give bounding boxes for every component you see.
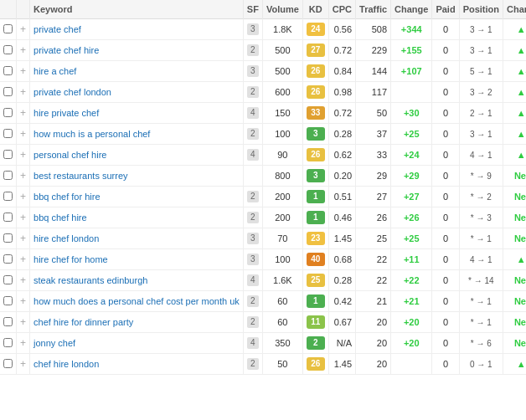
row-checkbox[interactable] xyxy=(3,359,13,368)
row-position: 3 → 1 xyxy=(459,40,503,61)
header-change2[interactable]: Change xyxy=(503,0,526,19)
plus-icon[interactable]: + xyxy=(20,274,26,286)
plus-icon[interactable]: + xyxy=(20,358,26,370)
row-checkbox-cell[interactable] xyxy=(0,333,17,354)
row-add-cell[interactable]: + xyxy=(17,249,30,270)
header-position[interactable]: Position xyxy=(459,0,503,19)
plus-icon[interactable]: + xyxy=(20,233,26,244)
change-value: +21 xyxy=(404,296,420,306)
plus-icon[interactable]: + xyxy=(20,107,26,119)
row-checkbox[interactable] xyxy=(3,45,13,54)
row-checkbox[interactable] xyxy=(3,108,13,117)
table-row: +private chef london2600260.9811703 → 2▲… xyxy=(0,82,526,103)
row-checkbox-cell[interactable] xyxy=(0,82,17,103)
row-checkbox-cell[interactable] xyxy=(0,291,17,312)
row-add-cell[interactable]: + xyxy=(17,228,30,249)
row-paid: 0 xyxy=(432,187,459,207)
row-change: +20 xyxy=(391,312,432,333)
plus-icon[interactable]: + xyxy=(20,170,26,182)
row-checkbox[interactable] xyxy=(3,213,13,222)
plus-icon[interactable]: + xyxy=(20,128,26,140)
change-value: +155 xyxy=(401,45,422,55)
plus-icon[interactable]: + xyxy=(20,149,26,161)
row-kd: 27 xyxy=(302,40,328,61)
plus-icon[interactable]: + xyxy=(20,86,26,98)
row-kd: 1 xyxy=(302,187,328,207)
row-checkbox-cell[interactable] xyxy=(0,145,17,166)
row-add-cell[interactable]: + xyxy=(17,19,30,40)
header-sf[interactable]: SF xyxy=(243,0,262,19)
row-checkbox-cell[interactable] xyxy=(0,124,17,145)
row-checkbox-cell[interactable] xyxy=(0,270,17,291)
row-add-cell[interactable]: + xyxy=(17,40,30,61)
row-kd: 3 xyxy=(302,166,328,187)
plus-icon[interactable]: + xyxy=(20,295,26,307)
row-add-cell[interactable]: + xyxy=(17,145,30,166)
row-traffic: 117 xyxy=(356,82,391,103)
row-checkbox-cell[interactable] xyxy=(0,354,17,375)
row-checkbox[interactable] xyxy=(3,296,13,305)
row-cpc: 0.20 xyxy=(328,166,355,187)
row-kd: 26 xyxy=(302,354,328,375)
header-change[interactable]: Change xyxy=(391,0,432,19)
header-keyword[interactable]: Keyword xyxy=(30,0,244,19)
row-checkbox-cell[interactable] xyxy=(0,187,17,207)
row-checkbox[interactable] xyxy=(3,192,13,201)
sf-badge: 2 xyxy=(247,295,259,307)
row-checkbox[interactable] xyxy=(3,275,13,284)
row-checkbox-cell[interactable] xyxy=(0,19,17,40)
row-checkbox-cell[interactable] xyxy=(0,249,17,270)
row-change: +22 xyxy=(391,270,432,291)
header-volume[interactable]: Volume xyxy=(262,0,302,19)
row-checkbox[interactable] xyxy=(3,254,13,264)
row-checkbox[interactable] xyxy=(3,338,13,347)
header-traffic[interactable]: Traffic xyxy=(356,0,391,19)
row-volume: 800 xyxy=(262,166,302,187)
row-cpc: 0.62 xyxy=(328,145,355,166)
plus-icon[interactable]: + xyxy=(20,44,26,56)
header-paid[interactable]: Paid xyxy=(432,0,459,19)
row-checkbox[interactable] xyxy=(3,171,13,180)
plus-icon[interactable]: + xyxy=(20,212,26,223)
plus-icon[interactable]: + xyxy=(20,337,26,349)
row-checkbox[interactable] xyxy=(3,150,13,159)
row-add-cell[interactable]: + xyxy=(17,61,30,82)
row-add-cell[interactable]: + xyxy=(17,166,30,187)
row-add-cell[interactable]: + xyxy=(17,270,30,291)
row-checkbox[interactable] xyxy=(3,233,13,243)
row-checkbox[interactable] xyxy=(3,129,13,138)
row-checkbox-cell[interactable] xyxy=(0,40,17,61)
row-add-cell[interactable]: + xyxy=(17,312,30,333)
plus-icon[interactable]: + xyxy=(20,23,26,35)
row-add-cell[interactable]: + xyxy=(17,291,30,312)
row-add-cell[interactable]: + xyxy=(17,207,30,228)
row-add-cell[interactable]: + xyxy=(17,103,30,124)
row-paid: 0 xyxy=(432,19,459,40)
row-change: +30 xyxy=(391,103,432,124)
row-checkbox-cell[interactable] xyxy=(0,103,17,124)
row-checkbox-cell[interactable] xyxy=(0,207,17,228)
row-checkbox-cell[interactable] xyxy=(0,166,17,187)
row-add-cell[interactable]: + xyxy=(17,354,30,375)
sf-badge: 2 xyxy=(247,44,259,56)
row-checkbox-cell[interactable] xyxy=(0,228,17,249)
row-checkbox-cell[interactable] xyxy=(0,61,17,82)
row-checkbox[interactable] xyxy=(3,317,13,326)
row-add-cell[interactable]: + xyxy=(17,333,30,354)
row-checkbox[interactable] xyxy=(3,24,13,33)
header-cpc[interactable]: CPC xyxy=(328,0,355,19)
plus-icon[interactable]: + xyxy=(20,254,26,265)
row-kd: 11 xyxy=(302,312,328,333)
row-paid: 0 xyxy=(432,61,459,82)
row-checkbox-cell[interactable] xyxy=(0,312,17,333)
plus-icon[interactable]: + xyxy=(20,316,26,328)
row-checkbox[interactable] xyxy=(3,87,13,96)
plus-icon[interactable]: + xyxy=(20,65,26,77)
plus-icon[interactable]: + xyxy=(20,191,26,202)
row-add-cell[interactable]: + xyxy=(17,82,30,103)
row-add-cell[interactable]: + xyxy=(17,124,30,145)
row-checkbox[interactable] xyxy=(3,66,13,75)
row-position-change: ▲1 xyxy=(503,82,526,103)
row-add-cell[interactable]: + xyxy=(17,187,30,207)
header-kd[interactable]: KD xyxy=(302,0,328,19)
